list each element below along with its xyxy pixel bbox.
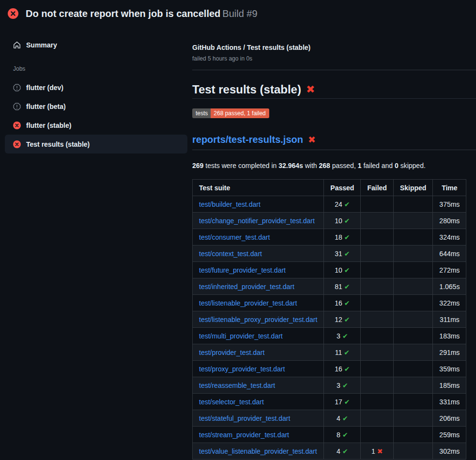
sidebar-item-summary[interactable]: Summary [5, 36, 187, 54]
passed-cell: 18✔ [324, 229, 361, 245]
summary-fragment: skipped. [399, 162, 426, 169]
home-icon [13, 41, 21, 49]
test-suite-link[interactable]: test/change_notifier_provider_test.dart [199, 217, 315, 225]
test-suite-link[interactable]: test/value_listenable_provider_test.dart [199, 447, 317, 455]
test-suite-cell: test/change_notifier_provider_test.dart [193, 213, 324, 229]
job-label: flutter (stable) [26, 122, 71, 129]
sidebar: Summary Jobs flutter (dev)flutter (beta)… [0, 25, 192, 153]
summary-fragment: passed, [330, 162, 358, 169]
total-count: 269 [192, 162, 203, 169]
cancelled-icon [13, 84, 21, 92]
job-label: flutter (beta) [26, 103, 66, 110]
column-header-failed: Failed [361, 180, 393, 196]
build-number: Build #9 [222, 8, 257, 19]
test-results-table: Test suite Passed Failed Skipped Time te… [192, 179, 466, 460]
column-header-test-suite: Test suite [193, 180, 324, 196]
table-row: test/listenable_provider_test.dart16✔322… [193, 295, 466, 311]
passed-cell: 4✔ [324, 443, 361, 460]
test-suite-cell: test/stream_provider_test.dart [193, 427, 324, 443]
test-suite-link[interactable]: test/consumer_test.dart [199, 233, 270, 241]
count-value: 81 [335, 283, 342, 291]
test-suite-cell: test/reassemble_test.dart [193, 377, 324, 394]
pass-check-icon: ✔ [344, 283, 350, 291]
table-row: test/selector_test.dart17✔331ms [193, 394, 466, 410]
failed-cell: 1✖ [361, 443, 393, 460]
sidebar-item-test-results-stable[interactable]: Test results (stable) [5, 135, 187, 153]
count-value: 16 [335, 299, 342, 307]
pass-check-icon: ✔ [342, 431, 348, 439]
pass-check-icon: ✔ [344, 217, 350, 225]
sidebar-item-flutter-stable[interactable]: flutter (stable) [5, 116, 187, 135]
test-suite-link[interactable]: test/listenable_proxy_provider_test.dart [199, 316, 317, 323]
test-suite-link[interactable]: test/proxy_provider_test.dart [199, 365, 285, 373]
pass-check-icon: ✔ [344, 365, 350, 373]
test-suite-link[interactable]: test/future_provider_test.dart [199, 266, 286, 274]
table-row: test/context_test.dart31✔644ms [193, 245, 466, 262]
badge-label: tests [192, 108, 211, 118]
skipped-cell [393, 245, 432, 262]
pass-check-icon: ✔ [342, 382, 348, 389]
jobs-section-label: Jobs [13, 65, 192, 72]
report-file-link[interactable]: reports/test-results.json [192, 134, 303, 146]
table-row: test/future_provider_test.dart10✔272ms [193, 262, 466, 278]
test-suite-cell: test/consumer_test.dart [193, 229, 324, 245]
time-cell: 311ms [433, 311, 466, 328]
failed-cell [361, 377, 393, 394]
time-cell: 280ms [433, 213, 466, 229]
job-label: Test results (stable) [26, 140, 90, 148]
pass-check-icon: ✔ [344, 266, 350, 274]
time-cell: 331ms [433, 394, 466, 410]
table-row: test/proxy_provider_test.dart16✔359ms [193, 361, 466, 377]
count-value: 8 [337, 431, 340, 439]
sidebar-item-flutter-dev[interactable]: flutter (dev) [5, 78, 187, 97]
test-suite-link[interactable]: test/reassemble_test.dart [199, 382, 275, 389]
skipped-count: 0 [395, 162, 399, 169]
test-suite-cell: test/multi_provider_test.dart [193, 328, 324, 344]
test-suite-link[interactable]: test/inherited_provider_test.dart [199, 283, 294, 291]
skipped-cell [393, 278, 432, 295]
main-content: GitHub Actions / Test results (stable) f… [192, 25, 476, 460]
test-suite-link[interactable]: test/stateful_provider_test.dart [199, 414, 290, 422]
column-header-skipped: Skipped [393, 180, 432, 196]
test-suite-link[interactable]: test/builder_test.dart [199, 200, 261, 208]
failed-cell [361, 344, 393, 361]
test-suite-link[interactable]: test/selector_test.dart [199, 398, 264, 406]
breadcrumb: GitHub Actions / Test results (stable) [192, 43, 476, 52]
passed-cell: 16✔ [324, 361, 361, 377]
passed-cell: 10✔ [324, 213, 361, 229]
failed-cell [361, 427, 393, 443]
count-value: 10 [335, 266, 342, 274]
failed-count: 1 [358, 162, 362, 169]
skipped-cell [393, 295, 432, 311]
pass-check-icon: ✔ [342, 447, 348, 455]
tests-badge: tests 268 passed, 1 failed [192, 108, 269, 118]
test-suite-link[interactable]: test/stream_provider_test.dart [199, 431, 289, 439]
time-cell: 183ms [433, 328, 466, 344]
count-value: 17 [335, 398, 342, 406]
count-value: 4 [337, 414, 340, 422]
summary-fragment: tests were completed in [203, 162, 278, 169]
count-value: 1 [371, 447, 375, 455]
passed-cell: 81✔ [324, 278, 361, 295]
count-value: 3 [337, 382, 340, 389]
page-header: Do not create report when job is cancell… [0, 0, 476, 25]
section-title: Test results (stable) [192, 82, 301, 97]
passed-cell: 31✔ [324, 245, 361, 262]
test-suite-link[interactable]: test/provider_test.dart [199, 349, 264, 356]
skipped-cell [393, 196, 432, 213]
test-suite-cell: test/selector_test.dart [193, 394, 324, 410]
test-suite-link[interactable]: test/context_test.dart [199, 250, 262, 258]
time-cell: 259ms [433, 427, 466, 443]
test-suite-cell: test/inherited_provider_test.dart [193, 278, 324, 295]
test-suite-link[interactable]: test/listenable_provider_test.dart [199, 299, 297, 307]
count-value: 16 [335, 365, 342, 373]
count-value: 31 [335, 250, 342, 258]
test-suite-link[interactable]: test/multi_provider_test.dart [199, 332, 283, 340]
sidebar-item-flutter-beta[interactable]: flutter (beta) [5, 97, 187, 116]
skipped-cell [393, 344, 432, 361]
failed-cross-icon: ✖ [306, 82, 315, 97]
count-value: 4 [337, 447, 340, 455]
summary-label: Summary [26, 41, 57, 49]
table-row: test/listenable_proxy_provider_test.dart… [193, 311, 466, 328]
table-row: test/multi_provider_test.dart3✔183ms [193, 328, 466, 344]
